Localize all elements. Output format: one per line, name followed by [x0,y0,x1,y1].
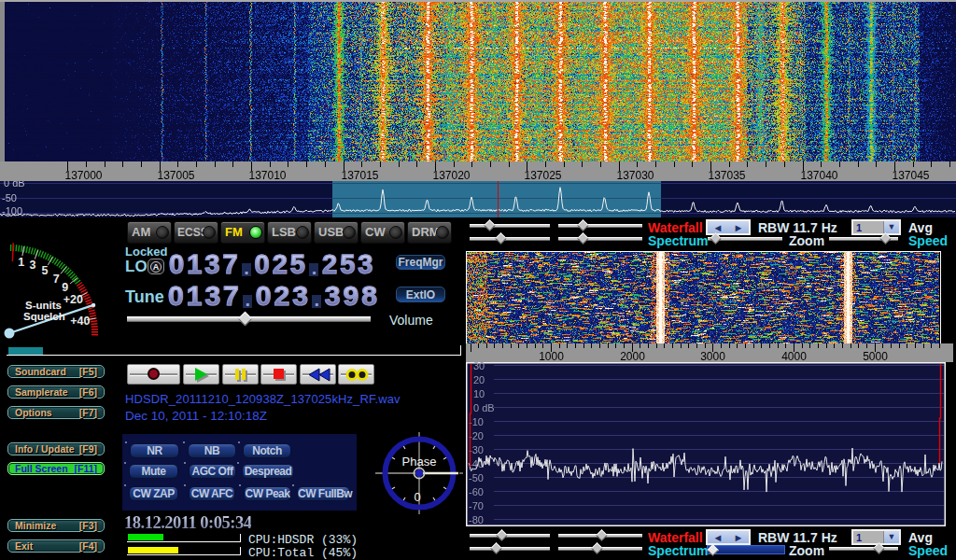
svg-text:0: 0 [414,490,420,504]
svg-text:1: 1 [18,256,24,269]
svg-text:9: 9 [62,281,68,294]
svg-text:S-units: S-units [25,300,62,311]
svg-text:+20: +20 [63,293,83,306]
svg-text:Phase: Phase [402,455,437,469]
svg-text:3: 3 [30,259,36,272]
svg-text:+40: +40 [70,315,90,328]
svg-text:Squelch: Squelch [23,311,65,322]
svg-text:5: 5 [41,264,48,277]
svg-text:7: 7 [53,273,60,286]
